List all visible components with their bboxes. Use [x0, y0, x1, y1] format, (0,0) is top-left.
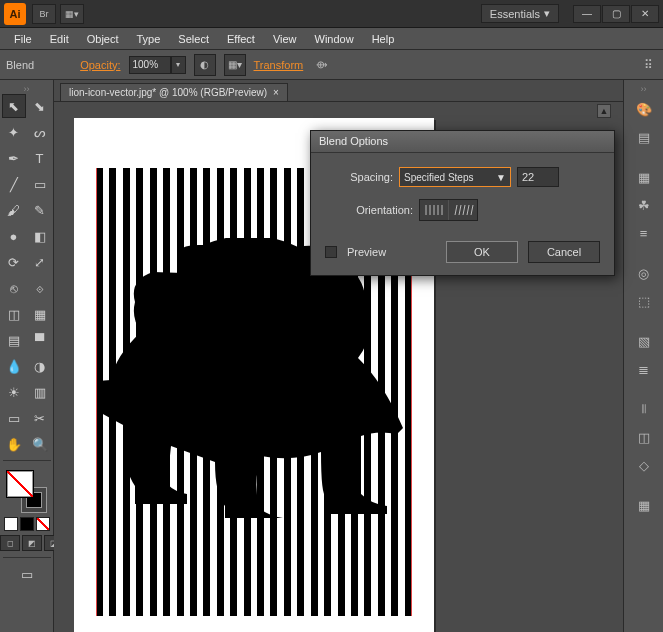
line-tool[interactable]: ╱	[2, 172, 26, 196]
workspace-label: Essentials	[490, 8, 540, 20]
app-icon: Ai	[4, 3, 26, 25]
preview-checkbox[interactable]	[325, 246, 337, 258]
cancel-button[interactable]: Cancel	[528, 241, 600, 263]
title-bar: Ai Br ▦▾ Essentials ▾ — ▢ ✕	[0, 0, 663, 28]
document-tab[interactable]: lion-icon-vector.jpg* @ 100% (RGB/Previe…	[60, 83, 288, 101]
close-button[interactable]: ✕	[631, 5, 659, 23]
zoom-tool[interactable]: 🔍	[28, 432, 52, 456]
stroke-panel-icon[interactable]: ≡	[630, 220, 658, 246]
transparency-panel-icon[interactable]: ▧	[630, 328, 658, 354]
ok-button[interactable]: OK	[446, 241, 518, 263]
column-graph-tool[interactable]: ▥	[28, 380, 52, 404]
lasso-tool[interactable]: ᔕ	[28, 120, 52, 144]
shape-builder-tool[interactable]: ◫	[2, 302, 26, 326]
type-tool[interactable]: T	[28, 146, 52, 170]
draw-normal-button[interactable]: ◻	[0, 535, 20, 551]
symbols-panel-icon[interactable]: ☘	[630, 192, 658, 218]
pencil-tool[interactable]: ✎	[28, 198, 52, 222]
gradient-tool[interactable]: ▀	[28, 328, 52, 352]
document-tab-strip: lion-icon-vector.jpg* @ 100% (RGB/Previe…	[54, 80, 623, 102]
draw-behind-button[interactable]: ◩	[22, 535, 42, 551]
color-mode-none[interactable]	[36, 517, 50, 531]
dialog-title[interactable]: Blend Options	[311, 131, 614, 153]
menu-edit[interactable]: Edit	[42, 30, 77, 48]
free-transform-tool[interactable]: ⟐	[28, 276, 52, 300]
active-tool-label: Blend	[6, 59, 34, 71]
toolbox: ›› ⬉ ⬊ ✦ ᔕ ✒ T ╱ ▭ 🖌 ✎ ● ◧ ⟳ ⤢ ⎋ ⟐ ◫ ▦ ▤…	[0, 80, 54, 632]
opacity-label[interactable]: Opacity:	[80, 59, 120, 71]
transform-panel-icon[interactable]: ◇	[630, 452, 658, 478]
workspace-switcher[interactable]: Essentials ▾	[481, 4, 559, 23]
blend-tool[interactable]: ◑	[28, 354, 52, 378]
direct-selection-tool[interactable]: ⬊	[28, 94, 52, 118]
color-panel-icon[interactable]: 🎨	[630, 96, 658, 122]
fill-swatch[interactable]	[7, 471, 33, 497]
color-mode-gradient[interactable]	[20, 517, 34, 531]
arrange-docs-button[interactable]: ▦▾	[60, 4, 84, 24]
layers-panel-icon[interactable]: ≣	[630, 356, 658, 382]
pen-tool[interactable]: ✒	[2, 146, 26, 170]
magic-wand-tool[interactable]: ✦	[2, 120, 26, 144]
maximize-button[interactable]: ▢	[602, 5, 630, 23]
lion-artwork	[98, 238, 418, 518]
scroll-up-button[interactable]: ▲	[597, 104, 611, 118]
orientation-label: Orientation:	[325, 204, 413, 216]
selection-tool[interactable]: ⬉	[2, 94, 26, 118]
blend-source-line-left[interactable]	[96, 168, 97, 616]
artboard-tool[interactable]: ▭	[2, 406, 26, 430]
mesh-tool[interactable]: ▤	[2, 328, 26, 352]
menu-effect[interactable]: Effect	[219, 30, 263, 48]
align-button[interactable]: ▦▾	[224, 54, 246, 76]
isolate-button[interactable]: ⟴	[311, 54, 333, 76]
close-tab-icon[interactable]: ×	[273, 87, 279, 98]
menu-select[interactable]: Select	[170, 30, 217, 48]
opacity-dropdown-icon[interactable]: ▾	[171, 56, 186, 74]
right-panel-dock: ›› 🎨 ▤ ▦ ☘ ≡ ◎ ⬚ ▧ ≣ ⫴ ◫ ◇ ▦	[623, 80, 663, 632]
menu-view[interactable]: View	[265, 30, 305, 48]
hand-tool[interactable]: ✋	[2, 432, 26, 456]
orientation-align-to-page-button[interactable]	[420, 200, 448, 220]
spacing-dropdown[interactable]: Specified Steps ▼	[399, 167, 511, 187]
menu-help[interactable]: Help	[364, 30, 403, 48]
spacing-dropdown-value: Specified Steps	[404, 172, 474, 183]
spacing-label: Spacing:	[325, 171, 393, 183]
menu-window[interactable]: Window	[307, 30, 362, 48]
svg-line-7	[463, 205, 465, 215]
screen-mode-button[interactable]: ▭	[15, 562, 39, 586]
menu-object[interactable]: Object	[79, 30, 127, 48]
paintbrush-tool[interactable]: 🖌	[2, 198, 26, 222]
menu-file[interactable]: File	[6, 30, 40, 48]
recolor-art-button[interactable]: ◐	[194, 54, 216, 76]
chevron-down-icon: ▼	[496, 172, 506, 183]
chevron-down-icon: ▾	[544, 7, 550, 20]
rectangle-tool[interactable]: ▭	[28, 172, 52, 196]
slice-tool[interactable]: ✂	[28, 406, 52, 430]
eraser-tool[interactable]: ◧	[28, 224, 52, 248]
color-mode-color[interactable]	[4, 517, 18, 531]
blend-options-dialog: Blend Options Spacing: Specified Steps ▼…	[310, 130, 615, 276]
minimize-button[interactable]: —	[573, 5, 601, 23]
control-bar-menu-icon[interactable]: ⠿	[639, 56, 657, 74]
swatches-panel-icon[interactable]: ▤	[630, 124, 658, 150]
bridge-button[interactable]: Br	[32, 4, 56, 24]
orientation-align-to-path-button[interactable]	[449, 200, 477, 220]
scale-tool[interactable]: ⤢	[28, 250, 52, 274]
menu-bar: File Edit Object Type Select Effect View…	[0, 28, 663, 50]
width-tool[interactable]: ⎋	[2, 276, 26, 300]
blob-brush-tool[interactable]: ●	[2, 224, 26, 248]
spacing-steps-input[interactable]	[517, 167, 559, 187]
perspective-grid-tool[interactable]: ▦	[28, 302, 52, 326]
graphic-styles-panel-icon[interactable]: ⬚	[630, 288, 658, 314]
opacity-input[interactable]	[129, 56, 171, 74]
actions-panel-icon[interactable]: ▦	[630, 492, 658, 518]
transform-link[interactable]: Transform	[254, 59, 304, 71]
appearance-panel-icon[interactable]: ◎	[630, 260, 658, 286]
pathfinder-panel-icon[interactable]: ◫	[630, 424, 658, 450]
brushes-panel-icon[interactable]: ▦	[630, 164, 658, 190]
rotate-tool[interactable]: ⟳	[2, 250, 26, 274]
align-panel-icon[interactable]: ⫴	[630, 396, 658, 422]
eyedropper-tool[interactable]: 💧	[2, 354, 26, 378]
menu-type[interactable]: Type	[129, 30, 169, 48]
fill-stroke-swatches[interactable]	[7, 471, 47, 513]
symbol-sprayer-tool[interactable]: ☀	[2, 380, 26, 404]
